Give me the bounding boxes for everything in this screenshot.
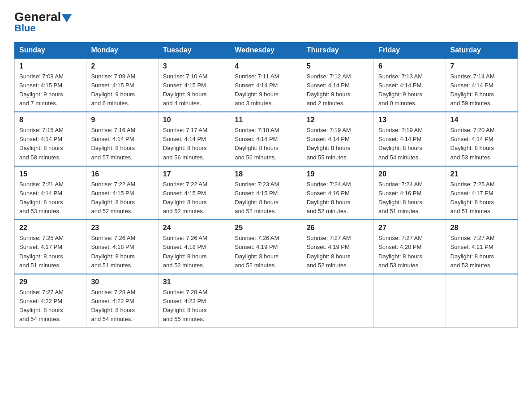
cell-date: 18 (235, 170, 297, 178)
day-header-monday: Monday (86, 42, 158, 58)
cell-info: Sunrise: 7:18 AMSunset: 4:14 PMDaylight:… (235, 126, 297, 162)
calendar-week-1: 1 Sunrise: 7:08 AMSunset: 4:15 PMDayligh… (15, 58, 518, 112)
calendar-cell: 21 Sunrise: 7:25 AMSunset: 4:17 PMDaylig… (446, 166, 517, 220)
cell-info: Sunrise: 7:10 AMSunset: 4:15 PMDaylight:… (163, 72, 225, 108)
calendar-cell: 25 Sunrise: 7:26 AMSunset: 4:19 PMDaylig… (230, 220, 302, 274)
cell-date: 8 (19, 116, 82, 124)
calendar-cell: 14 Sunrise: 7:20 AMSunset: 4:14 PMDaylig… (446, 112, 517, 166)
calendar-cell: 28 Sunrise: 7:27 AMSunset: 4:21 PMDaylig… (446, 220, 517, 274)
cell-info: Sunrise: 7:12 AMSunset: 4:14 PMDaylight:… (307, 72, 369, 108)
calendar-cell: 12 Sunrise: 7:19 AMSunset: 4:14 PMDaylig… (302, 112, 373, 166)
calendar-cell: 10 Sunrise: 7:17 AMSunset: 4:14 PMDaylig… (158, 112, 230, 166)
calendar-cell: 5 Sunrise: 7:12 AMSunset: 4:14 PMDayligh… (302, 58, 373, 112)
day-header-row: SundayMondayTuesdayWednesdayThursdayFrid… (15, 42, 518, 58)
calendar-cell: 15 Sunrise: 7:21 AMSunset: 4:14 PMDaylig… (15, 166, 86, 220)
calendar-week-5: 29 Sunrise: 7:27 AMSunset: 4:22 PMDaylig… (15, 274, 518, 328)
day-header-wednesday: Wednesday (230, 42, 302, 58)
cell-info: Sunrise: 7:17 AMSunset: 4:14 PMDaylight:… (163, 126, 225, 162)
cell-info: Sunrise: 7:23 AMSunset: 4:15 PMDaylight:… (235, 180, 297, 216)
cell-info: Sunrise: 7:26 AMSunset: 4:18 PMDaylight:… (163, 234, 225, 270)
cell-date: 21 (450, 170, 513, 178)
calendar-cell: 17 Sunrise: 7:22 AMSunset: 4:15 PMDaylig… (158, 166, 230, 220)
cell-info: Sunrise: 7:16 AMSunset: 4:14 PMDaylight:… (91, 126, 153, 162)
cell-info: Sunrise: 7:09 AMSunset: 4:15 PMDaylight:… (91, 72, 153, 108)
cell-date: 4 (235, 62, 297, 70)
calendar-cell: 27 Sunrise: 7:27 AMSunset: 4:20 PMDaylig… (374, 220, 446, 274)
cell-info: Sunrise: 7:14 AMSunset: 4:14 PMDaylight:… (450, 72, 513, 108)
day-header-tuesday: Tuesday (158, 42, 230, 58)
cell-date: 25 (235, 224, 297, 232)
calendar-cell: 18 Sunrise: 7:23 AMSunset: 4:15 PMDaylig… (230, 166, 302, 220)
calendar-week-2: 8 Sunrise: 7:15 AMSunset: 4:14 PMDayligh… (15, 112, 518, 166)
logo: General Blue (14, 11, 72, 34)
cell-info: Sunrise: 7:22 AMSunset: 4:15 PMDaylight:… (91, 180, 153, 216)
cell-info: Sunrise: 7:11 AMSunset: 4:14 PMDaylight:… (235, 72, 297, 108)
cell-info: Sunrise: 7:25 AMSunset: 4:17 PMDaylight:… (450, 180, 513, 216)
cell-date: 5 (307, 62, 369, 70)
svg-marker-0 (62, 14, 72, 22)
calendar-cell: 19 Sunrise: 7:24 AMSunset: 4:16 PMDaylig… (302, 166, 373, 220)
cell-info: Sunrise: 7:27 AMSunset: 4:21 PMDaylight:… (450, 234, 513, 270)
cell-info: Sunrise: 7:19 AMSunset: 4:14 PMDaylight:… (378, 126, 441, 162)
calendar-cell: 20 Sunrise: 7:24 AMSunset: 4:16 PMDaylig… (374, 166, 446, 220)
calendar-cell: 9 Sunrise: 7:16 AMSunset: 4:14 PMDayligh… (86, 112, 158, 166)
cell-info: Sunrise: 7:15 AMSunset: 4:14 PMDaylight:… (19, 126, 82, 162)
cell-date: 10 (163, 116, 225, 124)
cell-date: 17 (163, 170, 225, 178)
cell-info: Sunrise: 7:20 AMSunset: 4:14 PMDaylight:… (450, 126, 513, 162)
cell-date: 1 (19, 62, 82, 70)
calendar-cell: 6 Sunrise: 7:13 AMSunset: 4:14 PMDayligh… (374, 58, 446, 112)
calendar-cell: 22 Sunrise: 7:25 AMSunset: 4:17 PMDaylig… (15, 220, 86, 274)
cell-info: Sunrise: 7:28 AMSunset: 4:22 PMDaylight:… (91, 288, 153, 324)
cell-info: Sunrise: 7:24 AMSunset: 4:16 PMDaylight:… (307, 180, 369, 216)
cell-info: Sunrise: 7:21 AMSunset: 4:14 PMDaylight:… (19, 180, 82, 216)
day-header-friday: Friday (374, 42, 446, 58)
cell-info: Sunrise: 7:26 AMSunset: 4:19 PMDaylight:… (235, 234, 297, 270)
cell-info: Sunrise: 7:27 AMSunset: 4:20 PMDaylight:… (378, 234, 441, 270)
calendar-cell: 11 Sunrise: 7:18 AMSunset: 4:14 PMDaylig… (230, 112, 302, 166)
calendar-cell: 16 Sunrise: 7:22 AMSunset: 4:15 PMDaylig… (86, 166, 158, 220)
calendar-body: 1 Sunrise: 7:08 AMSunset: 4:15 PMDayligh… (15, 58, 518, 328)
cell-date: 19 (307, 170, 369, 178)
calendar-cell (446, 274, 517, 328)
calendar-cell: 29 Sunrise: 7:27 AMSunset: 4:22 PMDaylig… (15, 274, 86, 328)
calendar-cell: 31 Sunrise: 7:28 AMSunset: 4:23 PMDaylig… (158, 274, 230, 328)
cell-info: Sunrise: 7:25 AMSunset: 4:17 PMDaylight:… (19, 234, 82, 270)
cell-info: Sunrise: 7:26 AMSunset: 4:18 PMDaylight:… (91, 234, 153, 270)
cell-info: Sunrise: 7:08 AMSunset: 4:15 PMDaylight:… (19, 72, 82, 108)
cell-info: Sunrise: 7:28 AMSunset: 4:23 PMDaylight:… (163, 288, 225, 324)
calendar-cell: 3 Sunrise: 7:10 AMSunset: 4:15 PMDayligh… (158, 58, 230, 112)
day-header-sunday: Sunday (15, 42, 86, 58)
cell-date: 2 (91, 62, 153, 70)
cell-date: 24 (163, 224, 225, 232)
logo-arrow-icon (62, 12, 72, 24)
cell-info: Sunrise: 7:22 AMSunset: 4:15 PMDaylight:… (163, 180, 225, 216)
cell-date: 16 (91, 170, 153, 178)
calendar-cell: 24 Sunrise: 7:26 AMSunset: 4:18 PMDaylig… (158, 220, 230, 274)
calendar-cell: 30 Sunrise: 7:28 AMSunset: 4:22 PMDaylig… (86, 274, 158, 328)
calendar-week-4: 22 Sunrise: 7:25 AMSunset: 4:17 PMDaylig… (15, 220, 518, 274)
cell-date: 13 (378, 116, 441, 124)
cell-date: 7 (450, 62, 513, 70)
calendar-cell: 26 Sunrise: 7:27 AMSunset: 4:19 PMDaylig… (302, 220, 373, 274)
cell-date: 3 (163, 62, 225, 70)
cell-info: Sunrise: 7:27 AMSunset: 4:19 PMDaylight:… (307, 234, 369, 270)
page-header: General Blue (14, 11, 518, 34)
cell-date: 6 (378, 62, 441, 70)
calendar-cell (230, 274, 302, 328)
cell-date: 12 (307, 116, 369, 124)
day-header-thursday: Thursday (302, 42, 373, 58)
cell-date: 22 (19, 224, 82, 232)
cell-info: Sunrise: 7:13 AMSunset: 4:14 PMDaylight:… (378, 72, 441, 108)
cell-date: 14 (450, 116, 513, 124)
calendar-week-3: 15 Sunrise: 7:21 AMSunset: 4:14 PMDaylig… (15, 166, 518, 220)
calendar-cell (374, 274, 446, 328)
cell-info: Sunrise: 7:19 AMSunset: 4:14 PMDaylight:… (307, 126, 369, 162)
cell-date: 28 (450, 224, 513, 232)
calendar-table: SundayMondayTuesdayWednesdayThursdayFrid… (14, 42, 518, 328)
cell-date: 20 (378, 170, 441, 178)
cell-date: 27 (378, 224, 441, 232)
calendar-cell: 23 Sunrise: 7:26 AMSunset: 4:18 PMDaylig… (86, 220, 158, 274)
cell-info: Sunrise: 7:24 AMSunset: 4:16 PMDaylight:… (378, 180, 441, 216)
cell-date: 23 (91, 224, 153, 232)
